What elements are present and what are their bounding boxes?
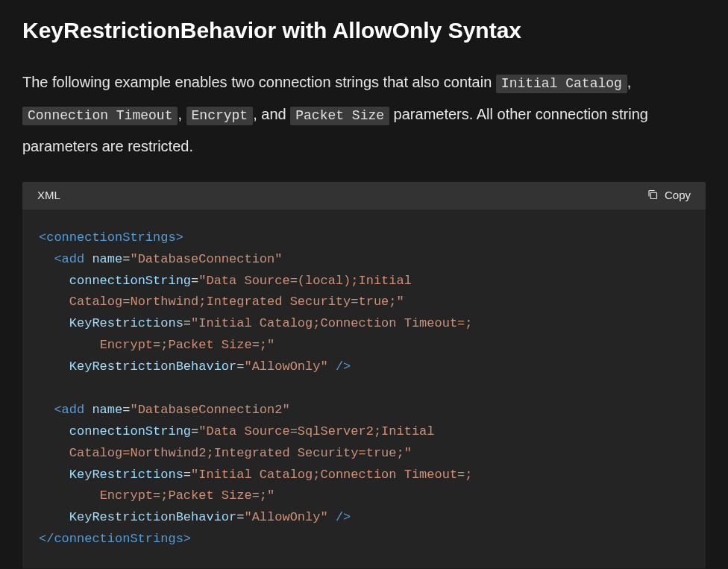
code-body: <connectionStrings> <add name="DatabaseC… [22, 210, 706, 568]
intro-paragraph: The following example enables two connec… [22, 66, 706, 163]
code-language-label: XML [37, 186, 60, 204]
copy-button[interactable]: Copy [647, 187, 691, 203]
intro-text: , [178, 106, 186, 122]
copy-button-label: Copy [665, 189, 691, 201]
copy-icon [647, 189, 659, 201]
inline-code-packet-size: Packet Size [290, 107, 389, 125]
inline-code-initial-catalog: Initial Catalog [496, 75, 627, 93]
code-block: XML Copy <connectionStrings> <add name="… [22, 182, 706, 569]
code-header: XML Copy [22, 182, 706, 210]
inline-code-connection-timeout: Connection Timeout [22, 107, 178, 125]
section-heading: KeyRestrictionBehavior with AllowOnly Sy… [22, 13, 706, 48]
svg-rect-0 [650, 192, 656, 198]
intro-text: , and [253, 106, 290, 122]
inline-code-encrypt: Encrypt [186, 107, 254, 125]
intro-text: , [627, 74, 632, 90]
intro-text: The following example enables two connec… [22, 74, 496, 90]
